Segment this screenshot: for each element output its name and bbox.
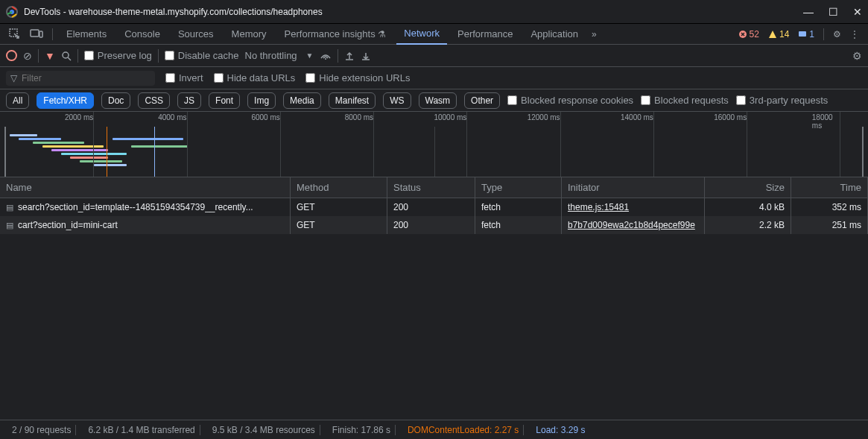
record-button[interactable] bbox=[6, 50, 17, 61]
tab-performance-insights[interactable]: Performance insights ⚗ bbox=[277, 24, 394, 44]
kebab-menu-icon[interactable]: ⋮ bbox=[847, 26, 862, 42]
svg-rect-3 bbox=[31, 30, 39, 37]
waterfall-segment bbox=[131, 145, 188, 148]
status-finish: Finish: 17.86 s bbox=[328, 425, 396, 435]
hide-extension-urls-checkbox[interactable]: Hide extension URLs bbox=[305, 72, 410, 83]
col-header-time[interactable]: Time bbox=[791, 177, 868, 198]
document-icon: ▤ bbox=[6, 203, 13, 212]
waterfall-segment bbox=[80, 160, 122, 162]
timeline-tick: 10000 ms bbox=[434, 113, 466, 121]
tab-elements[interactable]: Elements bbox=[59, 24, 114, 44]
request-initiator[interactable]: theme.js:15481 bbox=[568, 202, 629, 212]
request-initiator[interactable]: b7b7d009ewa2c1b8d4pecef99e bbox=[568, 220, 695, 230]
filter-input-wrap[interactable]: ▽ bbox=[6, 71, 155, 86]
request-name: cart?section_id=mini-cart bbox=[18, 220, 118, 230]
table-row[interactable]: ▤cart?section_id=mini-cartGET200fetchb7b… bbox=[0, 216, 868, 234]
tab-console[interactable]: Console bbox=[117, 24, 168, 44]
throttling-select[interactable]: No throttling bbox=[245, 50, 300, 61]
inspect-icon[interactable] bbox=[6, 25, 24, 43]
filter-toggle-icon[interactable]: ▼ bbox=[45, 50, 55, 62]
status-bar: 2 / 90 requests 6.2 kB / 1.4 MB transfer… bbox=[0, 420, 868, 439]
network-settings-icon[interactable]: ⚙ bbox=[852, 50, 862, 62]
col-header-method[interactable]: Method bbox=[291, 177, 387, 198]
minimize-button[interactable]: — bbox=[803, 6, 814, 18]
timeline-overview[interactable]: 2000 ms4000 ms6000 ms8000 ms10000 ms1200… bbox=[0, 112, 868, 177]
request-size: 2.2 kB bbox=[705, 216, 791, 234]
blocked-requests-checkbox[interactable]: Blocked requests bbox=[641, 95, 729, 106]
network-conditions-icon[interactable] bbox=[320, 51, 332, 61]
disable-cache-checkbox[interactable]: Disable cache bbox=[165, 50, 239, 61]
col-header-status[interactable]: Status bbox=[387, 177, 475, 198]
request-type: fetch bbox=[475, 216, 562, 234]
status-transferred: 6.2 kB / 1.4 MB transferred bbox=[83, 425, 200, 435]
timeline-tick: 4000 ms bbox=[158, 113, 186, 121]
waterfall-segment bbox=[19, 138, 61, 140]
waterfall-segment bbox=[113, 138, 183, 140]
filter-input[interactable] bbox=[22, 73, 151, 83]
status-domcontentloaded: DOMContentLoaded: 2.27 s bbox=[403, 425, 524, 435]
col-header-type[interactable]: Type bbox=[475, 177, 562, 198]
preserve-log-checkbox[interactable]: Preserve log bbox=[84, 50, 152, 61]
import-har-icon[interactable] bbox=[344, 51, 355, 61]
col-header-initiator[interactable]: Initiator bbox=[562, 177, 705, 198]
timeline-tick: 6000 ms bbox=[251, 113, 279, 121]
svg-rect-6 bbox=[799, 31, 806, 37]
close-button[interactable]: ✕ bbox=[853, 6, 862, 18]
type-pill-img[interactable]: Img bbox=[247, 92, 276, 109]
warning-count[interactable]: 14 bbox=[768, 29, 789, 40]
type-pill-all[interactable]: All bbox=[6, 92, 29, 109]
col-header-size[interactable]: Size bbox=[705, 177, 791, 198]
tab-memory[interactable]: Memory bbox=[224, 24, 274, 44]
invert-checkbox[interactable]: Invert bbox=[165, 72, 203, 83]
message-count[interactable]: 1 bbox=[798, 29, 814, 40]
error-count[interactable]: 52 bbox=[738, 29, 759, 40]
maximize-button[interactable]: ☐ bbox=[829, 6, 838, 18]
request-time: 251 ms bbox=[791, 216, 868, 234]
type-pill-fetchxhr[interactable]: Fetch/XHR bbox=[37, 92, 94, 109]
request-name: search?section_id=template--148515943547… bbox=[18, 202, 253, 212]
more-tabs-icon[interactable]: » bbox=[589, 26, 600, 42]
type-pill-wasm[interactable]: Wasm bbox=[419, 92, 457, 109]
status-requests: 2 / 90 requests bbox=[7, 425, 76, 435]
third-party-checkbox[interactable]: 3rd-party requests bbox=[736, 95, 829, 106]
network-toolbar: ⊘ ▼ Preserve log Disable cache No thrott… bbox=[0, 45, 868, 67]
search-icon[interactable] bbox=[61, 51, 72, 61]
blocked-cookies-checkbox[interactable]: Blocked response cookies bbox=[507, 95, 633, 106]
type-pill-css[interactable]: CSS bbox=[138, 92, 170, 109]
type-pill-manifest[interactable]: Manifest bbox=[329, 92, 376, 109]
request-method: GET bbox=[291, 198, 387, 216]
request-type: fetch bbox=[475, 198, 562, 216]
tab-application[interactable]: Application bbox=[523, 24, 586, 44]
dcl-marker bbox=[107, 127, 107, 177]
network-table-body[interactable]: ▤search?section_id=template--14851594354… bbox=[0, 198, 868, 420]
timeline-tick: 12000 ms bbox=[528, 113, 560, 121]
type-pill-font[interactable]: Font bbox=[209, 92, 240, 109]
load-marker bbox=[154, 127, 155, 177]
settings-icon[interactable]: ⚙ bbox=[830, 26, 844, 42]
clear-icon[interactable]: ⊘ bbox=[23, 50, 32, 62]
waterfall-segment bbox=[10, 134, 38, 136]
device-toolbar-icon[interactable] bbox=[27, 26, 46, 42]
table-row[interactable]: ▤search?section_id=template--14851594354… bbox=[0, 198, 868, 216]
tab-performance[interactable]: Performance bbox=[450, 24, 520, 44]
col-header-name[interactable]: Name bbox=[0, 177, 291, 198]
main-tabs: Elements Console Sources Memory Performa… bbox=[0, 24, 868, 45]
waterfall-segment bbox=[33, 142, 84, 144]
status-resources: 9.5 kB / 3.4 MB resources bbox=[208, 425, 320, 435]
hide-data-urls-checkbox[interactable]: Hide data URLs bbox=[214, 72, 296, 83]
type-pill-ws[interactable]: WS bbox=[383, 92, 411, 109]
request-method: GET bbox=[291, 216, 387, 234]
network-table-header: Name Method Status Type Initiator Size T… bbox=[0, 177, 868, 198]
tab-network[interactable]: Network bbox=[396, 23, 447, 45]
type-pill-media[interactable]: Media bbox=[283, 92, 321, 109]
request-status: 200 bbox=[387, 198, 475, 216]
type-pill-js[interactable]: JS bbox=[177, 92, 201, 109]
tab-sources[interactable]: Sources bbox=[171, 24, 221, 44]
type-pill-other[interactable]: Other bbox=[464, 92, 500, 109]
chevron-down-icon[interactable]: ▼ bbox=[306, 51, 314, 60]
timeline-tick: 16000 ms bbox=[714, 113, 747, 121]
request-status: 200 bbox=[387, 216, 475, 234]
export-har-icon[interactable] bbox=[361, 51, 371, 61]
timeline-tick: 14000 ms bbox=[621, 113, 653, 121]
type-pill-doc[interactable]: Doc bbox=[101, 92, 130, 109]
